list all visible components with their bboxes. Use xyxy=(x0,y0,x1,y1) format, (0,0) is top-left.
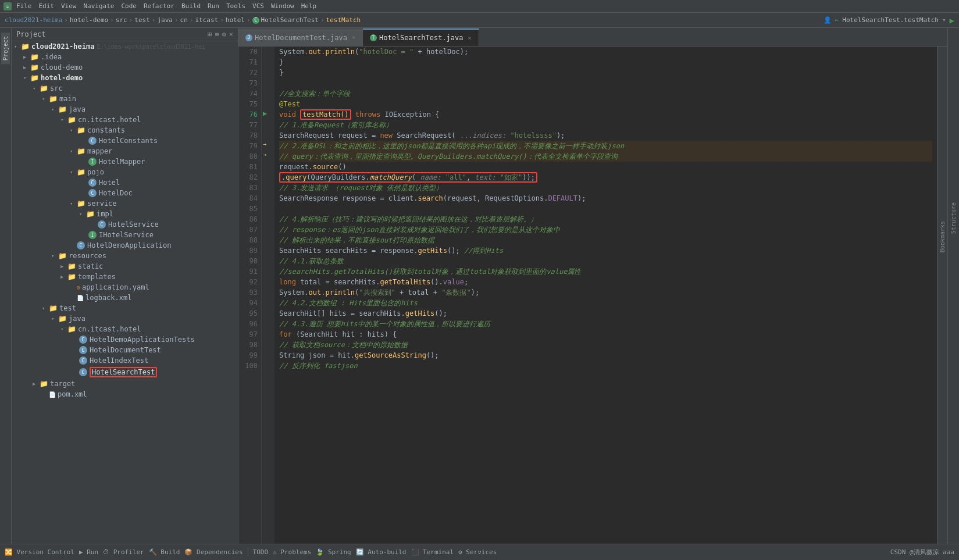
bottom-tab-auto-build[interactable]: 🔄 Auto-build xyxy=(356,548,407,556)
tree-item-hotel-search-test[interactable]: C HotelSearchTest xyxy=(12,366,238,379)
menu-help[interactable]: Help xyxy=(301,2,317,10)
tree-label-hotel-document-test: HotelDocumentTest xyxy=(90,346,161,354)
tree-item-java-test[interactable]: ▾ 📁 java xyxy=(12,313,238,324)
bottom-tab-services[interactable]: ⚙ Services xyxy=(458,548,497,556)
code-line-89: SearchHits searchHits = response.getHits… xyxy=(279,245,932,256)
tree-item-hotel[interactable]: C Hotel xyxy=(12,177,238,188)
tab-close-hotel-document-test[interactable]: × xyxy=(352,34,355,41)
bottom-tab-profiler[interactable]: ⏱ Profiler xyxy=(103,548,144,556)
file-icon-hotel-mapper: I xyxy=(88,158,97,166)
breadcrumb-hotel[interactable]: hotel xyxy=(226,16,245,24)
menu-code[interactable]: Code xyxy=(121,2,137,10)
file-icon-hotel-index-test: C xyxy=(79,356,87,365)
tree-item-main[interactable]: ▾ 📁 main xyxy=(12,94,238,104)
tab-close-hotel-search-test[interactable]: × xyxy=(468,35,471,41)
bottom-tab-terminal[interactable]: ⬛ Terminal xyxy=(411,548,454,556)
code-editor[interactable]: 70 71 72 73 74 75 76 77 78 79 80 81 82 8… xyxy=(238,47,947,544)
tree-item-hotel-service[interactable]: C HotelService xyxy=(12,219,238,230)
user-icon[interactable]: 👤 xyxy=(823,16,832,24)
tab-hotel-search-test[interactable]: T HotelSearchTest.java × xyxy=(363,28,479,46)
menu-edit[interactable]: Edit xyxy=(39,2,55,10)
tree-item-mapper[interactable]: ▾ 📁 mapper xyxy=(12,146,238,156)
bottom-tab-todo[interactable]: TODO xyxy=(253,548,269,556)
tree-item-cn-itcast-hotel[interactable]: ▾ 📁 cn.itcast.hotel xyxy=(12,115,238,125)
bottom-tab-run[interactable]: ▶ Run xyxy=(79,548,98,556)
bottom-tab-dependencies[interactable]: 📦 Dependencies xyxy=(184,548,243,556)
code-line-95: SearchHit[] hits = searchHits.getHits(); xyxy=(279,308,932,319)
tree-item-resources[interactable]: ▾ 📁 resources xyxy=(12,251,238,261)
tree-item-hotel-mapper[interactable]: I HotelMapper xyxy=(12,156,238,167)
code-line-77: // 1.准备Request（索引库名称） xyxy=(279,120,932,130)
run-button[interactable]: ▶ xyxy=(950,16,954,25)
sidebar-icon-settings[interactable]: ⚙ xyxy=(222,30,226,38)
tree-item-templates[interactable]: ▶ 📁 templates xyxy=(12,272,238,282)
nav-back[interactable]: ← xyxy=(835,16,839,24)
tree-item-ihotel-service[interactable]: I IHotelService xyxy=(12,230,238,240)
menu-tools[interactable]: Tools xyxy=(226,2,245,10)
tree-item-hotel-demo-app-tests[interactable]: C HotelDemoApplicationTests xyxy=(12,334,238,345)
tree-item-hotel-demo-app[interactable]: C HotelDemoApplication xyxy=(12,240,238,251)
tree-item-src[interactable]: ▾ 📁 src xyxy=(12,83,238,94)
menu-view[interactable]: View xyxy=(61,2,77,10)
menu-build[interactable]: Build xyxy=(181,2,201,10)
code-line-100: // 反序列化 fastjson xyxy=(279,361,932,371)
tree-label-idea: .idea xyxy=(41,53,62,61)
tree-item-idea[interactable]: ▶ 📁 .idea xyxy=(12,52,238,62)
tree-item-root[interactable]: ▾ 📁 cloud2021-heima E:\idea-workspace\cl… xyxy=(12,41,238,52)
menu-file[interactable]: File xyxy=(16,2,32,10)
code-line-87: // response：es返回的json直接封装成对象返回给我们了，我们想要的… xyxy=(279,224,932,235)
breadcrumb-test[interactable]: test xyxy=(134,16,150,24)
breadcrumb-method[interactable]: testMatch xyxy=(326,16,361,24)
tab-hotel-document-test[interactable]: J HotelDocumentTest.java × xyxy=(238,28,363,46)
breadcrumb-itcast[interactable]: itcast xyxy=(195,16,218,24)
tree-item-cloud-demo[interactable]: ▶ 📁 cloud-demo xyxy=(12,62,238,73)
structure-label[interactable]: Structure xyxy=(950,202,957,234)
tree-item-hotel-demo[interactable]: ▾ 📁 hotel-demo xyxy=(12,73,238,83)
menu-navigate[interactable]: Navigate xyxy=(84,2,115,10)
code-line-72: } xyxy=(279,67,932,78)
tree-item-pom-xml[interactable]: 📄 pom.xml xyxy=(12,389,238,400)
left-strip-project[interactable]: Project xyxy=(1,33,10,64)
bottom-tab-problems[interactable]: ⚠ Problems xyxy=(273,548,311,556)
tree-item-hotel-document-test[interactable]: C HotelDocumentTest xyxy=(12,345,238,355)
bookmarks-label[interactable]: Bookmarks xyxy=(939,221,946,252)
tree-item-application-yaml[interactable]: ⚙ application.yaml xyxy=(12,282,238,293)
breadcrumb-java[interactable]: java xyxy=(157,16,173,24)
tree-item-hotel-index-test[interactable]: C HotelIndexTest xyxy=(12,355,238,366)
tree-item-target[interactable]: ▶ 📁 target xyxy=(12,379,238,389)
breadcrumb-cn[interactable]: cn xyxy=(180,16,188,24)
file-icon-hotel-demo-app-tests: C xyxy=(79,336,87,344)
tree-item-logback-xml[interactable]: 📄 logback.xml xyxy=(12,293,238,303)
tree-item-hotel-doc[interactable]: C HotelDoc xyxy=(12,188,238,198)
tree-item-test[interactable]: ▾ 📁 test xyxy=(12,303,238,313)
breadcrumb-module[interactable]: hotel-demo xyxy=(70,16,108,24)
tree-item-hotel-constants[interactable]: C HotelConstants xyxy=(12,135,238,146)
code-line-97: for (SearchHit hit : hits) { xyxy=(279,329,932,340)
code-line-73 xyxy=(279,78,932,88)
sidebar-icon-collapse[interactable]: ≡ xyxy=(215,30,219,38)
tree-item-pojo[interactable]: ▾ 📁 pojo xyxy=(12,167,238,177)
breadcrumb-src[interactable]: src xyxy=(116,16,127,24)
menu-vcs[interactable]: VCS xyxy=(252,2,264,10)
bottom-tab-version-control[interactable]: 🔀 Version Control xyxy=(5,548,74,556)
tree-item-service[interactable]: ▾ 📁 service xyxy=(12,198,238,209)
tree-item-cn-itcast-hotel-test[interactable]: ▾ 📁 cn.itcast.hotel xyxy=(12,324,238,334)
tree-item-constants[interactable]: ▾ 📁 constants xyxy=(12,125,238,135)
bottom-tab-spring[interactable]: 🍃 Spring xyxy=(316,548,351,556)
breadcrumb-class[interactable]: HotelSearchTest xyxy=(261,16,319,24)
menu-window[interactable]: Window xyxy=(271,2,294,10)
code-line-74: //全文搜索：单个字段 xyxy=(279,88,932,99)
breadcrumb-project[interactable]: cloud2021-heima xyxy=(5,16,62,24)
menu-refactor[interactable]: Refactor xyxy=(144,2,174,10)
gutter-run-icon[interactable]: ▶ xyxy=(263,109,267,117)
sidebar-icon-layout[interactable]: ⊞ xyxy=(208,30,212,38)
tree-item-impl[interactable]: ▾ 📁 impl xyxy=(12,209,238,219)
bottom-tab-build[interactable]: 🔨 Build xyxy=(149,548,180,556)
tree-item-static[interactable]: ▶ 📁 static xyxy=(12,261,238,272)
menu-run[interactable]: Run xyxy=(208,2,219,10)
sidebar-icon-close[interactable]: × xyxy=(229,30,233,38)
tree-label-hotel-doc: HotelDoc xyxy=(99,189,133,197)
tree-label-cn-itcast-hotel: cn.itcast.hotel xyxy=(78,116,141,124)
run-config-dropdown[interactable]: ▾ xyxy=(942,16,946,24)
tree-item-java-main[interactable]: ▾ 📁 java xyxy=(12,104,238,115)
